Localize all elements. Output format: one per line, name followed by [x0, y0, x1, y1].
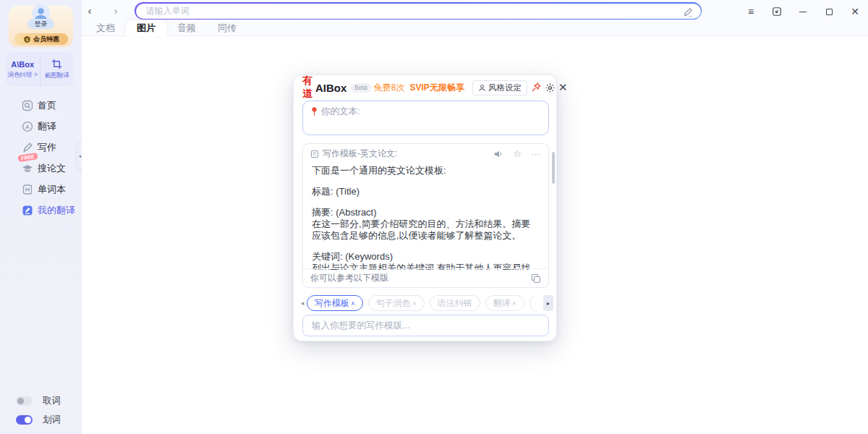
- dialog-close-icon: ✕: [558, 81, 568, 94]
- pencil-icon[interactable]: [682, 7, 694, 18]
- app-window: 登录 $ 会员特惠 A\Box 润色纠错 > 截图翻译: [0, 0, 868, 434]
- word-capture-row: 取词: [16, 395, 61, 407]
- maximize-icon: [826, 9, 833, 15]
- tag-word-wiki[interactable]: 单词百科: [529, 295, 537, 311]
- favorite-star-icon[interactable]: ☆: [513, 149, 522, 159]
- pin-icon: [530, 82, 542, 93]
- polish-label: 润色纠错 >: [8, 71, 38, 80]
- window-controls: ≡ ─ ✕: [738, 3, 868, 20]
- tab-image[interactable]: 图片: [126, 20, 166, 36]
- template-prompt-input-wrap: [302, 315, 549, 336]
- template-result-card: 写作模板-英文论文: ☆ ··· 下面是一个通用的英文论文模板: 标题: (Ti…: [302, 143, 549, 288]
- feature-tag-row: ◂ 写作模板 ∧ 句子润色 ∧ 语法纠错 翻译 ∧ 单词百科: [298, 294, 553, 312]
- template-line: 下面是一个通用的英文论文模板:: [312, 165, 540, 176]
- search-bar: [135, 2, 702, 20]
- tag-label: 写作模板: [315, 297, 349, 310]
- free-count-label: 免费8次: [374, 82, 405, 94]
- forward-icon: ›: [114, 4, 118, 17]
- screenshot-translate-shortcut[interactable]: 截图翻译: [40, 52, 75, 87]
- close-dialog-button[interactable]: ✕: [558, 80, 568, 95]
- search-input[interactable]: [136, 6, 701, 16]
- select-word-label: 划词: [43, 414, 61, 426]
- aibox-dialog: 有道 AIBox Beta 免费8次 SVIP无限畅享 风格设定: [293, 75, 557, 341]
- login-button[interactable]: 登录: [27, 19, 54, 29]
- caret-icon: ∧: [512, 300, 516, 307]
- minimize-button[interactable]: ─: [790, 3, 816, 20]
- vip-offer-label: 会员特惠: [33, 35, 59, 44]
- login-card[interactable]: 登录 $ 会员特惠: [9, 6, 73, 47]
- word-select-row: 划词: [16, 414, 61, 425]
- tag-writing-template[interactable]: 写作模板 ∧: [307, 295, 363, 311]
- select-word-toggle[interactable]: [16, 415, 33, 425]
- dialog-scrollbar[interactable]: [552, 152, 555, 184]
- back-icon: ‹: [88, 4, 92, 17]
- svip-link[interactable]: SVIP无限畅享: [410, 82, 464, 94]
- capture-word-label: 取词: [43, 395, 61, 407]
- close-window-button[interactable]: ✕: [842, 3, 868, 20]
- tags-prev-icon[interactable]: ◂: [298, 299, 307, 307]
- aibox-logo: A\Box: [11, 60, 34, 69]
- mini-window-button[interactable]: [764, 3, 790, 20]
- caret-icon: ∧: [412, 300, 417, 307]
- crop-icon: [51, 59, 62, 69]
- settings-button[interactable]: [545, 80, 556, 95]
- template-line: 关键词: (Keywords): [312, 251, 540, 263]
- back-button[interactable]: ‹: [81, 1, 98, 19]
- template-line: 在这一部分,简要介绍研究的目的、方法和结果。摘要应该包含足够的信息,以便读者能够…: [312, 218, 540, 242]
- menu-icon: ≡: [748, 6, 754, 17]
- dialog-header: 有道 AIBox Beta 免费8次 SVIP无限畅享 风格设定: [294, 75, 556, 100]
- template-line: 标题: (Title): [312, 186, 540, 197]
- mini-window-icon: [772, 7, 782, 17]
- tab-audio[interactable]: 音频: [166, 20, 207, 36]
- youdao-logo: 有道: [302, 75, 312, 101]
- sidebar-item-translate[interactable]: A 翻译: [0, 117, 82, 136]
- svg-text:A: A: [25, 124, 30, 130]
- sidebar: 登录 $ 会员特惠 A\Box 润色纠错 > 截图翻译: [0, 0, 82, 434]
- sidebar-item-search-papers[interactable]: FREE 搜论文: [0, 159, 82, 178]
- vip-badge-icon: $: [23, 35, 31, 43]
- graduation-cap-icon: [22, 163, 33, 174]
- sidebar-item-label: 写作: [38, 141, 56, 154]
- translate-icon: A: [22, 121, 33, 132]
- sidebar-item-label: 单词本: [38, 183, 66, 196]
- template-prompt-input[interactable]: [302, 315, 549, 336]
- tags-next-button[interactable]: ▸: [543, 295, 553, 311]
- tab-simultaneous[interactable]: 同传: [207, 20, 247, 36]
- sidebar-item-writing[interactable]: 写作: [0, 138, 82, 157]
- aibox-shortcut-card: A\Box 润色纠错 > 截图翻译: [6, 52, 74, 87]
- my-translation-icon: [22, 205, 33, 216]
- home-icon: [22, 100, 33, 111]
- tab-document[interactable]: 文档: [85, 20, 126, 36]
- tag-sentence-polish[interactable]: 句子润色 ∧: [368, 295, 425, 311]
- style-setting-button[interactable]: 风格设定: [472, 80, 527, 95]
- capture-word-toggle[interactable]: [16, 396, 33, 406]
- template-footer-hint: 你可以参考以下模版: [310, 272, 388, 284]
- forward-button[interactable]: ›: [107, 1, 124, 19]
- svg-text:$: $: [26, 37, 28, 41]
- aibox-polish-shortcut[interactable]: A\Box 润色纠错 >: [6, 52, 40, 87]
- minimize-icon: ─: [799, 6, 807, 17]
- screenshot-translate-label: 截图翻译: [45, 72, 69, 80]
- template-body: 下面是一个通用的英文论文模板: 标题: (Title) 摘要: (Abstrac…: [303, 163, 548, 270]
- sidebar-item-home[interactable]: 首页: [0, 96, 82, 115]
- aibox-title: AIBox: [315, 82, 346, 94]
- tags-next-icon: ▸: [547, 300, 550, 307]
- more-options-icon[interactable]: ···: [531, 150, 541, 158]
- sidebar-item-label: 搜论文: [38, 162, 66, 175]
- tag-label: 翻译: [493, 297, 511, 310]
- tag-translate[interactable]: 翻译 ∧: [485, 295, 524, 311]
- copy-icon[interactable]: [531, 273, 541, 284]
- tag-label: 语法纠错: [438, 297, 472, 310]
- vip-offer-button[interactable]: $ 会员特惠: [14, 33, 68, 45]
- pin-window-button[interactable]: [530, 80, 542, 95]
- sidebar-item-label: 翻译: [38, 120, 56, 133]
- maximize-button[interactable]: [816, 3, 842, 20]
- tag-grammar-check[interactable]: 语法纠错: [430, 295, 480, 311]
- sidebar-item-wordbook[interactable]: 单词本: [0, 180, 82, 199]
- gear-icon: [545, 82, 556, 93]
- speaker-icon[interactable]: [493, 149, 503, 159]
- template-icon: [310, 150, 319, 158]
- your-text-input-area[interactable]: 你的文本:: [302, 101, 549, 135]
- sidebar-item-my-translations[interactable]: 我的翻译: [0, 201, 82, 220]
- app-menu-button[interactable]: ≡: [738, 3, 764, 20]
